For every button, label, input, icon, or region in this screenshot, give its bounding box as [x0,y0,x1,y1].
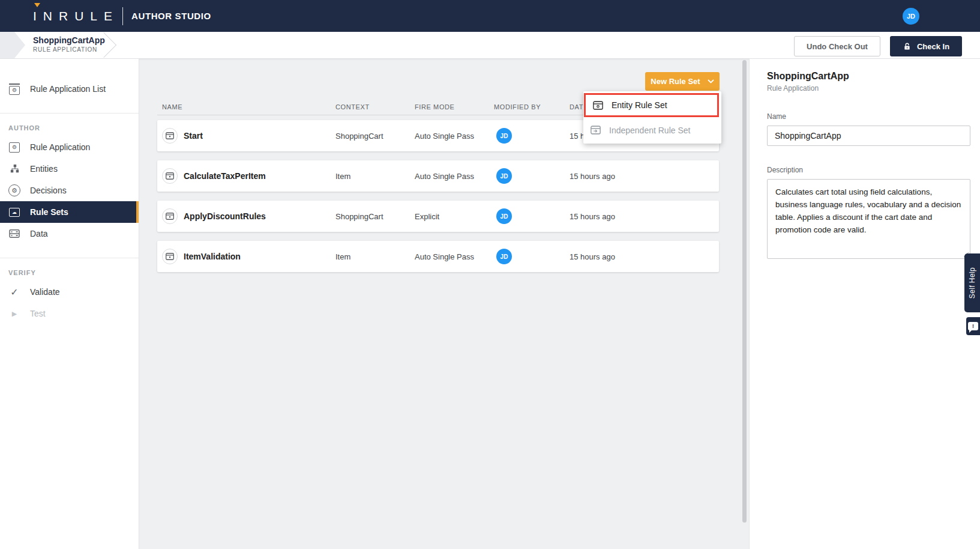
rule-application-list-icon: ⚙ [8,83,20,95]
sidebar-item-label: Test [30,309,46,318]
rule-set-icon [162,128,178,144]
rule-set-icon [162,168,178,184]
rule-set-name: CalculateTaxPerItem [184,171,335,181]
author-studio-app: INRULE AUTHOR STUDIO JD ShoppingCartApp … [0,0,980,549]
modified-by-cell: JD [494,168,570,184]
entities-icon [8,164,20,174]
sidebar: ⚙ Rule Application List AUTHOR ⚙ Rule Ap… [0,59,139,549]
rule-set-fire-mode: Auto Single Pass [415,252,494,261]
sidebar-section-verify: VERIFY [0,269,139,276]
brand-text: INRULE [33,9,119,23]
menu-item-label: Independent Rule Set [609,126,690,135]
rule-set-fire-mode: Auto Single Pass [415,132,494,141]
menu-item-entity-rule-set[interactable]: Entity Rule Set [584,93,719,117]
table-row[interactable]: ApplyDiscountRules ShoppingCart Explicit… [157,201,719,232]
details-subtitle: Rule Application [767,84,970,93]
description-field-wrap [767,179,970,259]
rule-set-context: Item [335,172,415,181]
rule-set-name: ItemValidation [184,252,335,261]
chevron-down-icon [708,79,714,83]
menu-item-label: Entity Rule Set [612,100,667,110]
self-help-label: Self Help [968,267,976,299]
column-name: NAME [162,103,335,111]
sidebar-item-label: Rule Application List [30,84,106,94]
rule-set-fire-mode: Explicit [415,212,494,221]
column-context: CONTEXT [335,103,415,111]
new-rule-set-menu: Entity Rule Set Independent Rule Set [583,91,721,144]
modified-by-avatar: JD [496,208,512,224]
name-field[interactable] [767,126,970,146]
rule-set-context: ShoppingCart [335,132,415,141]
rule-set-date: 15 hours ago [570,252,719,261]
product-name: AUTHOR STUDIO [131,11,211,21]
sidebar-item-label: Rule Sets [30,207,68,217]
table-row[interactable]: CalculateTaxPerItem Item Auto Single Pas… [157,160,719,192]
top-header: INRULE AUTHOR STUDIO JD [0,0,980,32]
rule-set-name: ApplyDiscountRules [184,211,335,221]
sidebar-divider [0,113,139,114]
new-rule-set-label: New Rule Set [651,77,700,86]
sidebar-section-author: AUTHOR [0,124,139,132]
sidebar-item-decisions[interactable]: ⚙ Decisions [0,180,139,201]
rule-set-context: Item [335,252,415,261]
rule-set-context: ShoppingCart [335,212,415,221]
description-field[interactable] [767,179,970,259]
table-row[interactable]: ItemValidation Item Auto Single Pass JD … [157,241,719,272]
undo-check-out-button[interactable]: Undo Check Out [794,36,880,56]
rule-application-icon: ⚙ [8,142,20,153]
self-help-tab[interactable]: Self Help [964,253,980,312]
modified-by-cell: JD [494,208,570,224]
rule-set-icon [162,249,178,264]
sidebar-item-data[interactable]: Data [0,223,139,244]
modified-by-avatar: JD [496,168,512,184]
inrule-logo: INRULE [33,9,119,23]
brand-divider [122,7,123,25]
rule-sets-icon: ☁ [8,208,20,217]
check-in-label: Check In [917,42,949,51]
check-in-button[interactable]: Check In [890,36,962,56]
rule-sets-main: New Rule Set NAME CONTEXT FIRE MODE MODI… [139,59,749,549]
rule-set-date: 15 hours ago [570,212,719,221]
data-icon [8,229,20,238]
menu-item-independent-rule-set[interactable]: Independent Rule Set [583,119,721,141]
user-avatar[interactable]: JD [903,8,919,25]
sidebar-item-label: Data [30,229,48,238]
sidebar-item-validate[interactable]: ✓ Validate [0,281,139,303]
column-modified-by: MODIFIED BY [494,103,570,111]
chat-bubble-icon: ! [968,322,978,330]
rule-set-date: 15 hours ago [570,172,719,181]
breadcrumb-wedge [0,32,25,58]
brand-caret-icon [34,3,40,7]
test-play-icon: ▶ [8,310,20,318]
entity-rule-set-icon [593,101,603,110]
breadcrumb-bar: ShoppingCartApp RULE APPLICATION Undo Ch… [0,32,980,59]
rule-set-name: Start [184,131,335,141]
column-fire-mode: FIRE MODE [415,103,494,111]
new-rule-set-button[interactable]: New Rule Set [645,72,720,91]
sidebar-item-rule-application[interactable]: ⚙ Rule Application [0,136,139,158]
independent-rule-set-icon [591,126,601,135]
decisions-icon: ⚙ [8,184,20,196]
modified-by-cell: JD [494,249,570,264]
sidebar-item-label: Rule Application [30,142,90,152]
modified-by-avatar: JD [496,128,512,144]
details-title: ShoppingCartApp [767,71,970,82]
modified-by-cell: JD [494,128,570,144]
validate-check-icon: ✓ [8,287,20,298]
modified-by-avatar: JD [496,249,512,264]
sidebar-item-label: Decisions [30,186,67,195]
unlock-icon [903,42,912,51]
name-label: Name [767,112,970,121]
sidebar-item-rule-application-list[interactable]: ⚙ Rule Application List [0,78,139,100]
sidebar-item-test[interactable]: ▶ Test [0,303,139,324]
details-panel: ShoppingCartApp Rule Application Name De… [749,59,980,549]
sidebar-item-entities[interactable]: Entities [0,158,139,180]
rule-set-fire-mode: Auto Single Pass [415,172,494,181]
sidebar-item-label: Entities [30,164,58,174]
vertical-scrollbar[interactable] [742,60,747,523]
rule-set-icon [162,208,178,224]
feedback-chat-tab[interactable]: ! [966,317,980,335]
description-label: Description [767,166,970,174]
sidebar-divider [0,258,139,258]
sidebar-item-rule-sets[interactable]: ☁ Rule Sets [0,201,139,223]
